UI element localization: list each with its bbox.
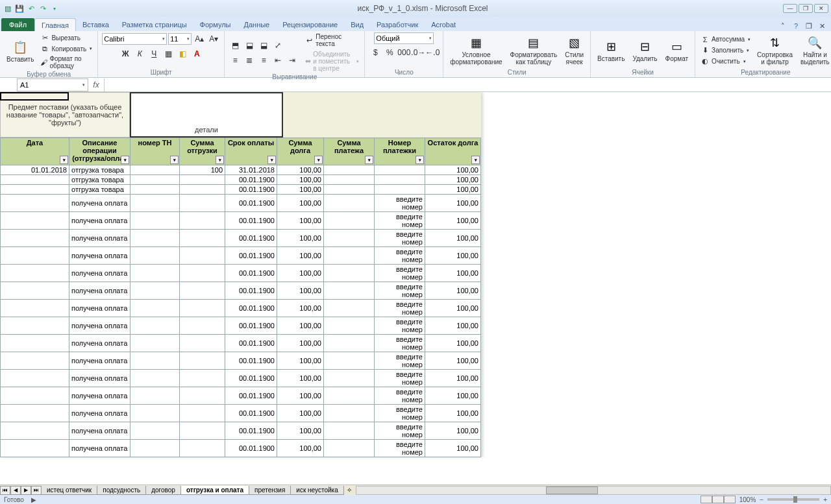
decrease-indent-icon[interactable]: ⇤ bbox=[271, 54, 284, 67]
cell[interactable]: 00.01.1900 bbox=[225, 370, 277, 387]
cell[interactable]: 100,00 bbox=[277, 440, 324, 457]
col-header[interactable]: Остаток долга▾ bbox=[425, 138, 481, 165]
border-icon[interactable]: ▦ bbox=[162, 47, 175, 60]
cell[interactable] bbox=[180, 282, 225, 300]
cell[interactable]: 100 bbox=[180, 165, 225, 175]
table-row[interactable]: получена оплата00.01.1900100,00введите н… bbox=[1, 335, 481, 352]
cell[interactable]: введите номер bbox=[375, 387, 425, 405]
cell[interactable]: получена оплата bbox=[69, 195, 130, 212]
cell[interactable]: 100,00 bbox=[425, 212, 481, 230]
cell[interactable] bbox=[375, 175, 425, 185]
excel-icon[interactable]: ▧ bbox=[3, 3, 13, 14]
cell[interactable]: введите номер bbox=[375, 195, 425, 212]
cell[interactable] bbox=[130, 230, 180, 247]
cell[interactable] bbox=[324, 195, 375, 212]
fill-color-icon[interactable]: ◧ bbox=[176, 47, 189, 60]
font-size-select[interactable]: 11▾ bbox=[168, 33, 192, 45]
table-row[interactable]: 01.01.2018отгрузка товара10031.01.201810… bbox=[1, 165, 481, 175]
cell[interactable]: отгрузка товара bbox=[69, 185, 130, 195]
cell[interactable]: получена оплата bbox=[69, 405, 130, 422]
cell[interactable] bbox=[324, 317, 375, 335]
cell[interactable]: отгрузка товара bbox=[69, 175, 130, 185]
cell[interactable]: 100,00 bbox=[425, 317, 481, 335]
view-normal-icon[interactable] bbox=[701, 496, 712, 503]
cell[interactable] bbox=[130, 300, 180, 317]
filter-dropdown-icon[interactable]: ▾ bbox=[365, 156, 373, 164]
cell[interactable]: 100,00 bbox=[425, 175, 481, 185]
increase-decimal-icon[interactable]: .0→ bbox=[412, 46, 425, 59]
cell[interactable] bbox=[130, 185, 180, 195]
cell[interactable] bbox=[180, 300, 225, 317]
zoom-in-icon[interactable]: + bbox=[823, 496, 827, 503]
help-icon[interactable]: ? bbox=[791, 21, 801, 31]
cell[interactable]: 100,00 bbox=[277, 335, 324, 352]
cell[interactable]: 100,00 bbox=[425, 185, 481, 195]
paste-button[interactable]: 📋 Вставить bbox=[4, 38, 36, 64]
cell[interactable]: 00.01.1900 bbox=[225, 185, 277, 195]
cell[interactable] bbox=[324, 265, 375, 282]
cell[interactable]: получена оплата bbox=[69, 230, 130, 247]
table-row[interactable]: получена оплата00.01.1900100,00введите н… bbox=[1, 387, 481, 405]
align-center-icon[interactable]: ≣ bbox=[243, 54, 256, 67]
cell[interactable] bbox=[130, 440, 180, 457]
cell[interactable]: 100,00 bbox=[277, 370, 324, 387]
ribbon-tab-2[interactable]: Разметка страницы bbox=[116, 18, 193, 31]
cell[interactable]: 100,00 bbox=[277, 165, 324, 175]
new-sheet-icon[interactable]: ✧ bbox=[347, 486, 352, 494]
clear-button[interactable]: ◐Очистить▾ bbox=[699, 56, 752, 67]
merge-center-button[interactable]: ⬌Объединить и поместить в центре▾ bbox=[304, 50, 360, 73]
align-left-icon[interactable]: ≡ bbox=[229, 54, 242, 67]
underline-icon[interactable]: Ч bbox=[147, 47, 160, 60]
file-tab[interactable]: Файл bbox=[1, 18, 34, 31]
cell[interactable]: 00.01.1900 bbox=[225, 195, 277, 212]
cell[interactable]: 100,00 bbox=[277, 265, 324, 282]
cell[interactable]: введите номер bbox=[375, 352, 425, 370]
orientation-icon[interactable]: ⤢ bbox=[271, 39, 284, 52]
cell[interactable] bbox=[324, 247, 375, 265]
table-row[interactable]: отгрузка товара00.01.1900100,00100,00 bbox=[1, 185, 481, 195]
cell[interactable]: 100,00 bbox=[425, 247, 481, 265]
cell[interactable]: получена оплата bbox=[69, 212, 130, 230]
font-color-icon[interactable]: A bbox=[190, 47, 203, 60]
align-right-icon[interactable]: ≡ bbox=[257, 54, 270, 67]
zoom-slider[interactable] bbox=[767, 498, 819, 501]
cell[interactable] bbox=[324, 387, 375, 405]
table-row[interactable]: получена оплата00.01.1900100,00введите н… bbox=[1, 440, 481, 457]
cell[interactable] bbox=[324, 185, 375, 195]
cell[interactable]: 100,00 bbox=[425, 195, 481, 212]
cell[interactable] bbox=[324, 300, 375, 317]
cell[interactable]: получена оплата bbox=[69, 317, 130, 335]
minimize-ribbon-icon[interactable]: ˄ bbox=[778, 21, 788, 31]
ribbon-tab-7[interactable]: Разработчик bbox=[370, 18, 425, 31]
cell[interactable] bbox=[1, 185, 69, 195]
cell[interactable] bbox=[324, 212, 375, 230]
cut-button[interactable]: ✂Вырезать bbox=[39, 32, 93, 43]
currency-icon[interactable]: $ bbox=[369, 46, 382, 59]
table-row[interactable]: получена оплата00.01.1900100,00введите н… bbox=[1, 212, 481, 230]
tab-nav-first-icon[interactable]: ⏮ bbox=[0, 486, 10, 495]
cell[interactable] bbox=[180, 405, 225, 422]
cell[interactable] bbox=[130, 335, 180, 352]
cell[interactable]: 100,00 bbox=[425, 265, 481, 282]
ribbon-tab-6[interactable]: Вид bbox=[344, 18, 370, 31]
cell[interactable] bbox=[1, 335, 69, 352]
cell[interactable] bbox=[324, 422, 375, 440]
cell[interactable] bbox=[180, 387, 225, 405]
name-box[interactable]: A1▾ bbox=[17, 78, 88, 91]
cell[interactable] bbox=[180, 247, 225, 265]
cell[interactable] bbox=[130, 195, 180, 212]
cell[interactable]: отгрузка товара bbox=[69, 165, 130, 175]
supply-subject-value[interactable]: детали bbox=[130, 92, 283, 138]
table-row[interactable]: получена оплата00.01.1900100,00введите н… bbox=[1, 352, 481, 370]
cell[interactable] bbox=[130, 212, 180, 230]
table-row[interactable]: получена оплата00.01.1900100,00введите н… bbox=[1, 422, 481, 440]
cell[interactable]: 00.01.1900 bbox=[225, 352, 277, 370]
cell[interactable]: 100,00 bbox=[425, 230, 481, 247]
cell[interactable] bbox=[1, 352, 69, 370]
cell[interactable] bbox=[1, 195, 69, 212]
cell[interactable]: получена оплата bbox=[69, 335, 130, 352]
filter-dropdown-icon[interactable]: ▾ bbox=[471, 156, 480, 164]
copy-button[interactable]: ⧉Копировать▾ bbox=[39, 43, 93, 54]
cell[interactable] bbox=[130, 165, 180, 175]
format-painter-button[interactable]: 🖌Формат по образцу bbox=[39, 54, 93, 70]
